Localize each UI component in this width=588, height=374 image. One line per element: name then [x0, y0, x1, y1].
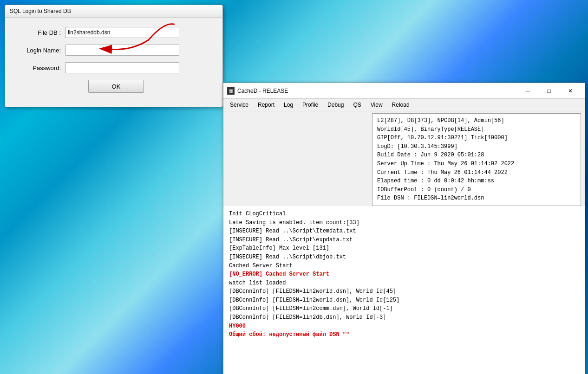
- info-line-5: Build Date : Jun 9 2020_05:01:28: [377, 151, 576, 160]
- window-title-left: ▦ CacheD - RELEASE: [227, 87, 288, 95]
- info-line-2: WorldId[45], BinaryType[RELEASE]: [377, 125, 576, 134]
- login-name-input[interactable]: [65, 45, 179, 56]
- menu-service[interactable]: Service: [225, 100, 253, 110]
- info-line-1: L2[287], DB[373], NPCDB[14], Admin[56]: [377, 116, 576, 125]
- file-db-input[interactable]: [65, 27, 179, 38]
- dialog-title: SQL Login to Shared DB: [10, 8, 71, 14]
- info-line-9: IOBufferPool : 0 (count) / 0: [377, 186, 576, 194]
- log-line-15: Общий сбой: недопустимый файл DSN "": [229, 330, 579, 339]
- log-line-12: [DBConnInfo] [FILEDSN=lin2comm.dsn], Wor…: [229, 304, 579, 313]
- log-line-9: watch list loaded: [229, 279, 579, 288]
- log-line-7: Cached Server Start: [229, 262, 579, 271]
- log-line-11: [DBConnInfo] [FILEDSN=lin2world.dsn], Wo…: [229, 296, 579, 305]
- log-line-14: HY000: [229, 322, 579, 331]
- info-line-6: Server Up Time : Thu May 26 01:14:02 202…: [377, 160, 576, 168]
- menu-log[interactable]: Log: [279, 100, 298, 110]
- log-line-6: [INSECURE] Read ..\Script\dbjob.txt: [229, 253, 579, 262]
- log-line-13: [DBConnInfo] [FILEDSN=lin2db.dsn], World…: [229, 313, 579, 322]
- window-titlebar: ▦ CacheD - RELEASE ─ □ ✕: [223, 83, 585, 99]
- log-line-1: Init CLogCritical: [229, 210, 579, 219]
- window-menubar: Service Report Log Profile Debug QS View…: [223, 99, 585, 111]
- menu-report[interactable]: Report: [253, 100, 279, 110]
- cached-icon: ▦: [227, 87, 235, 95]
- menu-profile[interactable]: Profile: [298, 100, 323, 110]
- ok-button[interactable]: OK: [88, 80, 144, 93]
- password-row: Password:: [19, 62, 213, 73]
- log-line-5: [ExpTableInfo] Max level [131]: [229, 244, 579, 253]
- menu-reload[interactable]: Reload: [387, 100, 414, 110]
- window-body: L2[287], DB[373], NPCDB[14], Admin[56] W…: [223, 111, 585, 374]
- log-line-2: Late Saving is enabled. item count:[33]: [229, 219, 579, 227]
- close-button[interactable]: ✕: [560, 84, 581, 98]
- file-db-label: File DB :: [19, 29, 65, 36]
- password-label: Password:: [19, 64, 65, 71]
- log-line-4: [INSECURE] Read ..\Script\expdata.txt: [229, 236, 579, 245]
- dialog-titlebar: SQL Login to Shared DB: [5, 5, 222, 18]
- window-title: CacheD - RELEASE: [237, 88, 288, 94]
- ok-row: OK: [19, 80, 213, 97]
- info-panel: L2[287], DB[373], NPCDB[14], Admin[56] W…: [372, 113, 581, 206]
- info-line-7: Current Time : Thu May 26 01:14:44 2022: [377, 168, 576, 177]
- log-line-10: [DBConnInfo] [FILEDSN=lin2world.dsn], Wo…: [229, 287, 579, 296]
- cached-window: ▦ CacheD - RELEASE ─ □ ✕ Service Report …: [223, 83, 585, 374]
- log-line-8: [NO_ERROR] Cached Server Start: [229, 270, 579, 279]
- sql-login-dialog: SQL Login to Shared DB File DB : Login N…: [5, 5, 223, 107]
- info-line-10: File DSN : FILEDSN=lin2world.dsn: [377, 194, 576, 203]
- menu-qs[interactable]: QS: [348, 100, 366, 110]
- window-controls: ─ □ ✕: [517, 84, 581, 98]
- dialog-body: File DB : Login Name: Password: OK: [5, 18, 222, 107]
- log-area[interactable]: Init CLogCritical Late Saving is enabled…: [223, 206, 585, 374]
- log-line-3: [INSECURE] Read ..\Script\Itemdata.txt: [229, 227, 579, 236]
- info-line-3: GIP[Off, 10.70.12.91:30271] Tick[10000]: [377, 134, 576, 142]
- login-name-row: Login Name:: [19, 45, 213, 56]
- info-line-8: Elapsed time : 0 dd 0:0:42 hh:mm:ss: [377, 177, 576, 186]
- password-input[interactable]: [65, 62, 179, 73]
- info-line-4: LogD: [10.30.3.145:3999]: [377, 142, 576, 151]
- minimize-button[interactable]: ─: [517, 84, 538, 98]
- file-db-row: File DB :: [19, 27, 213, 38]
- menu-debug[interactable]: Debug: [323, 100, 348, 110]
- menu-view[interactable]: View: [366, 100, 387, 110]
- login-name-label: Login Name:: [19, 47, 65, 54]
- maximize-button[interactable]: □: [538, 84, 560, 98]
